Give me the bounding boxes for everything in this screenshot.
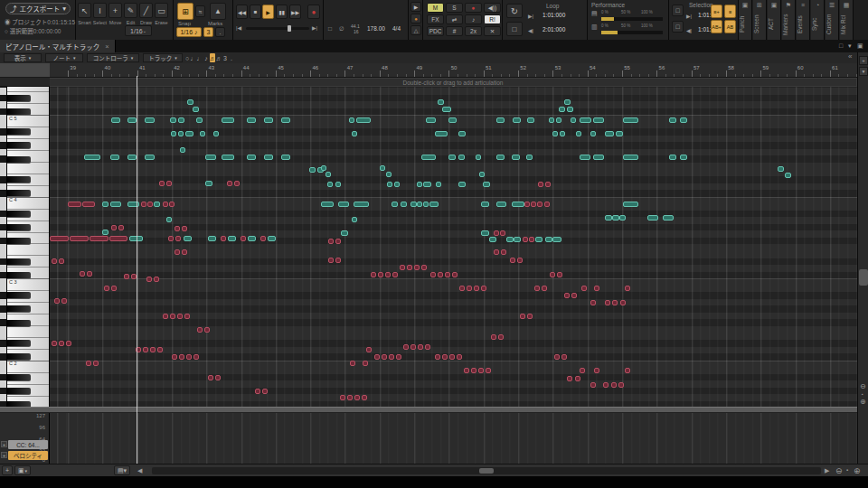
midi-note[interactable] [362,395,367,400]
mute-button[interactable]: M [427,3,444,13]
add-selection-button[interactable]: ≡+ [711,5,722,18]
midi-note[interactable] [438,99,444,105]
midi-note[interactable] [335,239,341,244]
midi-note[interactable] [524,202,530,207]
midi-note[interactable] [625,286,630,291]
rewind-button[interactable]: ◀◀ [236,5,248,19]
black-key[interactable] [7,224,31,231]
draw-resolution-button[interactable]: 1/16 ⌄ [125,25,152,36]
midi-note[interactable] [150,347,156,352]
edit-tool-button[interactable]: ✎ [124,3,137,18]
midi-note[interactable] [200,131,205,136]
midi-note[interactable] [458,182,466,187]
view-menu-icon[interactable]: ▾ [848,42,852,50]
midi-note[interactable] [182,249,187,255]
midi-note[interactable] [111,286,117,291]
midi-note[interactable] [102,230,108,235]
black-key[interactable] [7,156,31,164]
midi-note[interactable] [178,117,184,123]
mini-record-button[interactable]: ● [410,14,421,23]
midi-note[interactable] [172,354,177,360]
midi-note[interactable] [785,173,791,178]
midi-note[interactable] [182,226,187,231]
midi-note[interactable] [401,202,407,207]
midi-note[interactable] [328,258,334,263]
collapse-toolbar-icon[interactable]: « [848,52,852,61]
record-arm-button[interactable]: ● [465,3,482,13]
record-button[interactable]: ● [307,5,320,19]
punch-module-collapsed[interactable]: ▣ Punch [739,0,752,40]
midi-note[interactable] [171,131,176,136]
midi-note[interactable] [594,368,599,373]
tab-piano-roll[interactable]: ピアノロール・マルチトラック × [0,40,116,52]
note-duration-3[interactable]: ♪ [203,53,209,62]
midi-note[interactable] [354,395,360,400]
black-key[interactable] [7,305,31,313]
black-key[interactable] [7,258,31,266]
h-zoom-out-icon[interactable]: ⊖ [835,466,843,475]
midi-note[interactable] [228,236,236,241]
midi-note[interactable] [110,202,121,207]
midi-note[interactable] [260,236,266,241]
note-duration-6[interactable]: 3 [222,53,228,62]
midi-note[interactable] [669,117,676,123]
black-key[interactable] [7,211,31,218]
select-none-button[interactable]: □ [672,21,684,33]
note-grid[interactable] [50,87,857,407]
midi-note[interactable] [559,107,565,112]
midi-note[interactable] [396,354,401,360]
midi-note[interactable] [544,202,550,207]
midi-note[interactable] [281,155,290,160]
midi-note[interactable] [356,117,371,123]
go-to-start-icon[interactable]: |◀ [236,24,241,31]
snap-mode-toggle[interactable]: ≒ [195,5,205,17]
midi-note[interactable] [481,286,486,291]
midi-note[interactable] [363,361,368,366]
midi-note[interactable] [178,131,184,136]
midi-note[interactable] [264,117,273,123]
midi-note[interactable] [489,237,496,242]
midi-note[interactable] [111,225,117,230]
solo-button[interactable]: S [446,3,463,13]
module-act[interactable]: ▣ACT [768,0,781,40]
midi-note[interactable] [227,181,232,186]
horizontal-scrollbar[interactable] [152,467,821,474]
midi-note[interactable] [166,217,172,222]
midi-note[interactable] [354,202,369,207]
midi-note[interactable] [594,286,599,291]
black-key[interactable] [7,142,31,149]
note-duration-0[interactable]: ○ [184,53,190,62]
loop-from-selection-button[interactable]: □ [506,22,523,36]
midi-note[interactable] [616,131,623,136]
midi-note[interactable] [68,202,81,207]
pause-button[interactable]: ▮▮ [276,5,288,19]
black-key[interactable] [7,238,31,245]
lane-target-button[interactable]: ▣▾ [14,465,31,475]
midi-note[interactable] [545,182,551,187]
midi-note[interactable] [86,361,91,366]
midi-note[interactable] [491,334,496,340]
snap-grid-button[interactable]: ⊞ [177,3,193,20]
note-duration-5[interactable]: ♬ [216,53,222,62]
midi-note[interactable] [169,202,175,207]
midi-note[interactable] [556,117,561,123]
midi-note[interactable] [481,202,489,207]
module-markers[interactable]: ⚑Markers [782,0,796,40]
black-key[interactable] [7,176,31,183]
export-project-radio[interactable]: ◉ プロジェクト0:01:15:15 [5,17,75,26]
midi-note[interactable] [187,99,193,105]
midi-note[interactable] [590,131,596,136]
midi-note[interactable] [59,341,64,346]
midi-note[interactable] [494,230,499,236]
module-sync[interactable]: ◔Sync [811,0,825,40]
midi-note[interactable] [458,155,465,160]
midi-note[interactable] [80,271,85,277]
midi-note[interactable] [449,354,455,360]
export-button[interactable]: ⤴ エクスポート ▾ [5,3,71,14]
midi-note[interactable] [170,314,175,319]
stop-button[interactable]: ■ [250,5,261,19]
midi-note[interactable] [175,226,180,231]
midi-note[interactable] [531,202,536,207]
midi-note[interactable] [197,327,203,333]
scroll-up-button[interactable]: ▼ [859,67,868,76]
